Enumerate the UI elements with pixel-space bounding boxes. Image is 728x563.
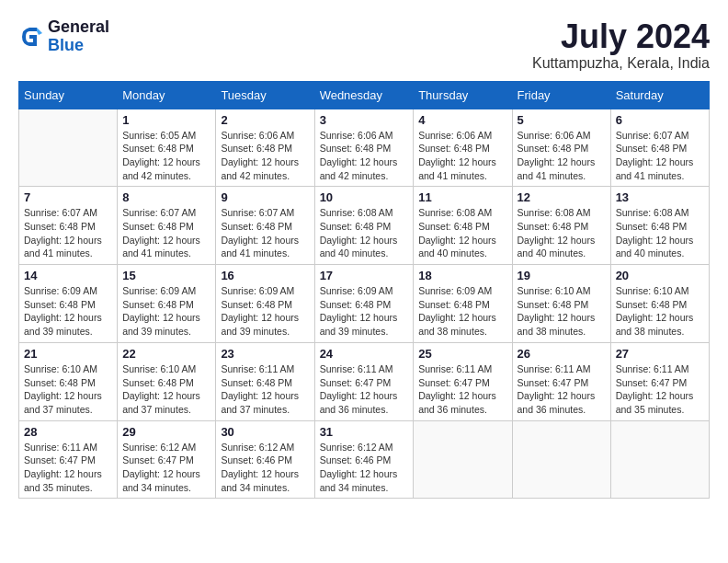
day-number: 3 xyxy=(320,113,409,127)
day-info: Sunrise: 6:10 AMSunset: 6:48 PMDaylight:… xyxy=(24,362,112,417)
day-info: Sunrise: 6:07 AMSunset: 6:48 PMDaylight:… xyxy=(24,206,112,260)
calendar-week-row: 28Sunrise: 6:11 AMSunset: 6:47 PMDayligh… xyxy=(19,420,710,499)
logo-blue-text: Blue xyxy=(48,37,109,55)
table-row xyxy=(19,109,118,187)
table-row: 26Sunrise: 6:11 AMSunset: 6:47 PMDayligh… xyxy=(512,342,610,420)
logo-general-text: General xyxy=(48,18,109,37)
day-number: 4 xyxy=(418,113,506,127)
day-number: 8 xyxy=(122,190,210,204)
table-row: 27Sunrise: 6:11 AMSunset: 6:47 PMDayligh… xyxy=(610,342,709,420)
day-number: 29 xyxy=(122,425,210,439)
day-info: Sunrise: 6:10 AMSunset: 6:48 PMDaylight:… xyxy=(518,284,606,339)
calendar-table: Sunday Monday Tuesday Wednesday Thursday… xyxy=(18,81,710,500)
day-info: Sunrise: 6:05 AMSunset: 6:48 PMDaylight:… xyxy=(122,129,210,183)
day-info: Sunrise: 6:11 AMSunset: 6:47 PMDaylight:… xyxy=(24,441,112,495)
calendar-week-row: 21Sunrise: 6:10 AMSunset: 6:48 PMDayligh… xyxy=(19,342,710,420)
table-row: 2Sunrise: 6:06 AMSunset: 6:48 PMDaylight… xyxy=(216,109,314,187)
calendar-week-row: 14Sunrise: 6:09 AMSunset: 6:48 PMDayligh… xyxy=(19,265,710,343)
table-row: 14Sunrise: 6:09 AMSunset: 6:48 PMDayligh… xyxy=(19,265,118,343)
day-info: Sunrise: 6:09 AMSunset: 6:48 PMDaylight:… xyxy=(24,284,112,339)
day-info: Sunrise: 6:08 AMSunset: 6:48 PMDaylight:… xyxy=(418,206,506,260)
col-tuesday: Tuesday xyxy=(216,81,314,109)
table-row: 11Sunrise: 6:08 AMSunset: 6:48 PMDayligh… xyxy=(414,187,512,265)
table-row: 8Sunrise: 6:07 AMSunset: 6:48 PMDaylight… xyxy=(118,187,216,265)
month-title: July 2024 xyxy=(532,18,710,55)
day-info: Sunrise: 6:06 AMSunset: 6:48 PMDaylight:… xyxy=(221,129,309,183)
day-number: 7 xyxy=(24,190,112,204)
table-row: 25Sunrise: 6:11 AMSunset: 6:47 PMDayligh… xyxy=(414,342,512,420)
table-row: 9Sunrise: 6:07 AMSunset: 6:48 PMDaylight… xyxy=(216,187,314,265)
day-number: 17 xyxy=(320,269,409,282)
table-row: 19Sunrise: 6:10 AMSunset: 6:48 PMDayligh… xyxy=(512,265,610,343)
table-row: 5Sunrise: 6:06 AMSunset: 6:48 PMDaylight… xyxy=(512,109,610,187)
day-info: Sunrise: 6:12 AMSunset: 6:46 PMDaylight:… xyxy=(320,441,409,495)
day-info: Sunrise: 6:11 AMSunset: 6:48 PMDaylight:… xyxy=(221,362,309,417)
day-number: 23 xyxy=(221,347,309,361)
day-info: Sunrise: 6:09 AMSunset: 6:48 PMDaylight:… xyxy=(320,284,409,339)
day-info: Sunrise: 6:11 AMSunset: 6:47 PMDaylight:… xyxy=(616,362,704,417)
logo-icon xyxy=(18,24,44,50)
col-monday: Monday xyxy=(118,81,216,109)
table-row: 28Sunrise: 6:11 AMSunset: 6:47 PMDayligh… xyxy=(19,420,118,499)
day-info: Sunrise: 6:09 AMSunset: 6:48 PMDaylight:… xyxy=(221,284,309,339)
day-info: Sunrise: 6:06 AMSunset: 6:48 PMDaylight:… xyxy=(418,129,506,183)
calendar-week-row: 1Sunrise: 6:05 AMSunset: 6:48 PMDaylight… xyxy=(19,109,710,187)
day-number: 18 xyxy=(418,269,506,282)
table-row xyxy=(414,420,512,499)
day-info: Sunrise: 6:10 AMSunset: 6:48 PMDaylight:… xyxy=(122,362,210,417)
day-number: 1 xyxy=(122,113,210,127)
day-number: 14 xyxy=(24,269,112,282)
col-saturday: Saturday xyxy=(610,81,709,109)
day-number: 22 xyxy=(122,347,210,361)
day-number: 26 xyxy=(518,347,606,361)
logo: General Blue xyxy=(18,18,109,55)
day-number: 6 xyxy=(616,113,704,127)
table-row: 7Sunrise: 6:07 AMSunset: 6:48 PMDaylight… xyxy=(19,187,118,265)
day-number: 20 xyxy=(616,269,704,282)
location-title: Kuttampuzha, Kerala, India xyxy=(532,55,710,72)
day-info: Sunrise: 6:12 AMSunset: 6:46 PMDaylight:… xyxy=(221,441,309,495)
day-number: 16 xyxy=(221,269,309,282)
day-number: 5 xyxy=(518,113,606,127)
col-wednesday: Wednesday xyxy=(314,81,414,109)
col-friday: Friday xyxy=(512,81,610,109)
table-row: 23Sunrise: 6:11 AMSunset: 6:48 PMDayligh… xyxy=(216,342,314,420)
day-number: 24 xyxy=(320,347,409,361)
day-info: Sunrise: 6:08 AMSunset: 6:48 PMDaylight:… xyxy=(320,206,409,260)
calendar-week-row: 7Sunrise: 6:07 AMSunset: 6:48 PMDaylight… xyxy=(19,187,710,265)
day-number: 25 xyxy=(418,347,506,361)
title-area: July 2024 Kuttampuzha, Kerala, India xyxy=(532,18,710,72)
table-row: 12Sunrise: 6:08 AMSunset: 6:48 PMDayligh… xyxy=(512,187,610,265)
day-number: 28 xyxy=(24,425,112,439)
day-info: Sunrise: 6:09 AMSunset: 6:48 PMDaylight:… xyxy=(418,284,506,339)
day-number: 9 xyxy=(221,190,309,204)
day-info: Sunrise: 6:08 AMSunset: 6:48 PMDaylight:… xyxy=(616,206,704,260)
day-info: Sunrise: 6:08 AMSunset: 6:48 PMDaylight:… xyxy=(518,206,606,260)
table-row: 18Sunrise: 6:09 AMSunset: 6:48 PMDayligh… xyxy=(414,265,512,343)
day-info: Sunrise: 6:06 AMSunset: 6:48 PMDaylight:… xyxy=(518,129,606,183)
day-info: Sunrise: 6:07 AMSunset: 6:48 PMDaylight:… xyxy=(616,129,704,183)
col-thursday: Thursday xyxy=(414,81,512,109)
day-info: Sunrise: 6:06 AMSunset: 6:48 PMDaylight:… xyxy=(320,129,409,183)
day-number: 27 xyxy=(616,347,704,361)
table-row xyxy=(512,420,610,499)
table-row: 20Sunrise: 6:10 AMSunset: 6:48 PMDayligh… xyxy=(610,265,709,343)
day-number: 30 xyxy=(221,425,309,439)
day-info: Sunrise: 6:07 AMSunset: 6:48 PMDaylight:… xyxy=(122,206,210,260)
col-sunday: Sunday xyxy=(19,81,118,109)
table-row: 22Sunrise: 6:10 AMSunset: 6:48 PMDayligh… xyxy=(118,342,216,420)
day-info: Sunrise: 6:11 AMSunset: 6:47 PMDaylight:… xyxy=(518,362,606,417)
day-number: 19 xyxy=(518,269,606,282)
table-row: 4Sunrise: 6:06 AMSunset: 6:48 PMDaylight… xyxy=(414,109,512,187)
table-row: 6Sunrise: 6:07 AMSunset: 6:48 PMDaylight… xyxy=(610,109,709,187)
day-number: 15 xyxy=(122,269,210,282)
day-info: Sunrise: 6:11 AMSunset: 6:47 PMDaylight:… xyxy=(320,362,409,417)
table-row: 15Sunrise: 6:09 AMSunset: 6:48 PMDayligh… xyxy=(118,265,216,343)
day-number: 21 xyxy=(24,347,112,361)
day-info: Sunrise: 6:12 AMSunset: 6:47 PMDaylight:… xyxy=(122,441,210,495)
day-number: 31 xyxy=(320,425,409,439)
table-row: 31Sunrise: 6:12 AMSunset: 6:46 PMDayligh… xyxy=(314,420,414,499)
table-row: 21Sunrise: 6:10 AMSunset: 6:48 PMDayligh… xyxy=(19,342,118,420)
table-row: 29Sunrise: 6:12 AMSunset: 6:47 PMDayligh… xyxy=(118,420,216,499)
table-row xyxy=(610,420,709,499)
